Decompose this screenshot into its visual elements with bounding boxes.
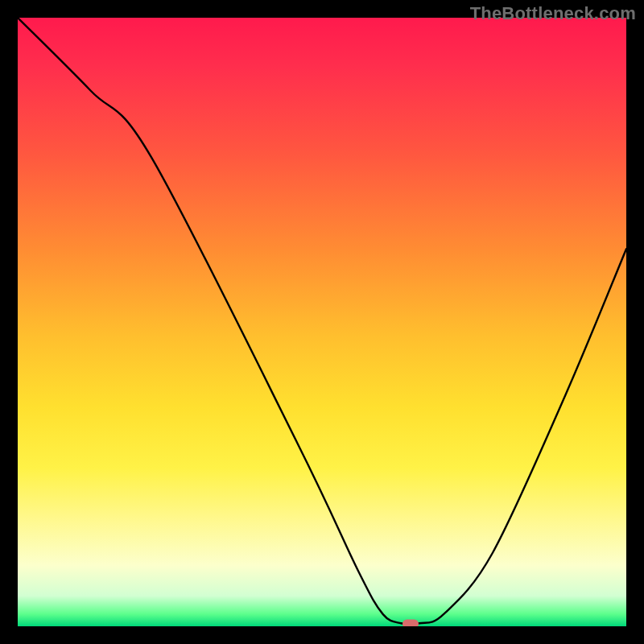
chart-frame: TheBottleneck.com <box>0 0 644 644</box>
plot-area <box>18 18 626 626</box>
optimal-point-marker <box>402 619 419 626</box>
bottleneck-curve <box>18 18 626 626</box>
watermark-text: TheBottleneck.com <box>470 3 636 24</box>
